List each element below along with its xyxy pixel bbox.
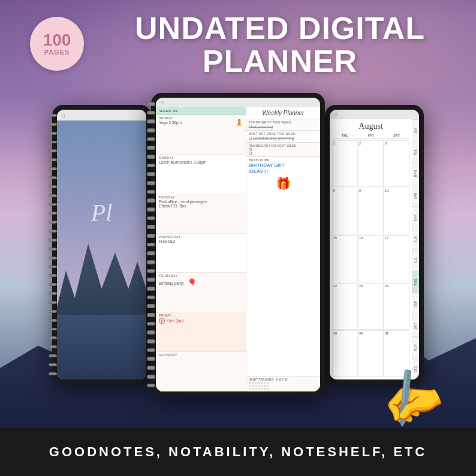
home-icon: ⌂ xyxy=(62,112,65,119)
monday-content: Lunch at Antonelli's 3:30pm xyxy=(159,160,243,164)
tab-oct[interactable]: OCT xyxy=(412,315,419,336)
tab-may[interactable]: MAY xyxy=(412,206,419,228)
badge-pages: PAGES xyxy=(44,49,70,56)
wednesday-content: Free day! xyxy=(159,239,243,243)
day-wednesday: WEDNESDAY Free day! xyxy=(156,234,246,273)
spiral-ring xyxy=(147,357,155,361)
habit-dot xyxy=(258,382,260,384)
friday-label: FRIDAY xyxy=(159,314,243,317)
spiral-binding-middle xyxy=(147,102,155,387)
day-monday: MONDAY Lunch at Antonelli's 3:30pm xyxy=(156,155,246,194)
spiral-ring xyxy=(49,221,57,224)
spiral-ring xyxy=(147,243,155,247)
weekly-planner-header: Weekly Planner xyxy=(246,107,320,119)
reminder-checkbox-2 xyxy=(249,152,252,155)
spiral-ring xyxy=(49,167,57,170)
cell-7: 15 xyxy=(332,235,358,282)
month-side-tabs: JAN FEB MAR APR MAY JUN JUL AUG SEP OCT … xyxy=(412,119,419,379)
spiral-ring xyxy=(49,114,57,117)
bottom-bar: GOODNOTES, NOTABILITY, NOTESHELF, ETC xyxy=(0,428,476,476)
sat-header: SAT xyxy=(384,134,409,137)
saturday-label: SATURDAY xyxy=(159,353,243,357)
cell-2: 2 xyxy=(358,140,384,187)
tablet-cover: ⌂ Pl xyxy=(52,105,151,384)
cover-pl-text: Pl xyxy=(91,199,113,226)
fri-header: FRI xyxy=(358,134,384,137)
habit-dot xyxy=(267,388,269,390)
tab-aug[interactable]: AUG xyxy=(412,271,419,293)
reminders-section: REMINDERS FOR NEXT WEEK: xyxy=(246,143,320,157)
tab-sep[interactable]: SEP xyxy=(412,293,419,314)
cover-title-overlay: Pl xyxy=(57,198,146,227)
reminder-checkbox-1 xyxy=(249,148,252,151)
habit-dot xyxy=(249,382,251,384)
week-row-5: 29 30 31 xyxy=(332,330,409,377)
spiral-ring xyxy=(147,260,155,264)
spiral-ring xyxy=(147,146,155,150)
week-row-2: 8 9 10 xyxy=(332,188,409,234)
tab-feb[interactable]: FEB xyxy=(412,141,419,162)
spiral-ring xyxy=(147,384,155,388)
spiral-ring xyxy=(49,372,57,375)
spiral-ring xyxy=(147,348,155,353)
reminder-check-2 xyxy=(249,152,318,155)
spiral-ring xyxy=(49,345,57,348)
must-get-done-label: MUST GET DONE THIS WEEK: xyxy=(249,132,318,135)
planner-home-icon: ⌂ xyxy=(161,100,164,106)
badge-number: 100 xyxy=(43,32,71,49)
week-of-label: WEEK OF: xyxy=(156,107,246,115)
spiral-ring xyxy=(49,266,57,269)
cell-14: 30 xyxy=(358,330,384,377)
balloon-icon: 🎈 xyxy=(188,278,197,287)
tab-apr[interactable]: APR xyxy=(412,185,419,206)
thursday-content: Birthday party! 🎈 xyxy=(159,278,243,287)
planner-content: ⌂ WEEK OF: SUNDAY Yoga 2:30pm 🧘 xyxy=(156,98,320,391)
habit-dot xyxy=(261,388,263,390)
spiral-ring xyxy=(147,304,155,308)
day-tuesday: TUESDAY Post office - send packagesCheck… xyxy=(156,194,246,234)
tab-jun[interactable]: JUN xyxy=(412,228,419,249)
tab-jul[interactable]: JUL xyxy=(412,249,419,271)
check-item-1: Schedule dog grooming xyxy=(249,136,318,140)
tab-dec[interactable]: DEC xyxy=(412,358,419,379)
habit-dot xyxy=(255,388,257,390)
spiral-ring xyxy=(49,328,57,331)
habit-dots-1 xyxy=(249,382,318,384)
habit-dot xyxy=(264,382,266,384)
spiral-ring xyxy=(147,172,155,176)
spiral-ring xyxy=(147,375,155,379)
habit-dot xyxy=(258,385,260,387)
reminder-check-1 xyxy=(249,148,318,151)
tab-mar[interactable]: MAR xyxy=(412,162,419,184)
spiral-ring xyxy=(49,203,57,206)
top-priority-label: TOP PRIORITY THIS WEEK: xyxy=(249,120,318,124)
spiral-ring xyxy=(49,283,57,286)
thu-header: THU xyxy=(332,134,358,137)
spiral-ring xyxy=(49,176,57,179)
brain-dump-label: BRAIN DUMP: xyxy=(249,158,318,162)
spiral-ring xyxy=(147,190,155,194)
spiral-ring xyxy=(147,164,155,168)
habit-dot xyxy=(249,385,251,387)
priorities-column: Weekly Planner TOP PRIORITY THIS WEEK: M… xyxy=(246,107,320,391)
spiral-ring xyxy=(147,181,155,185)
reminders-label: REMINDERS FOR NEXT WEEK: xyxy=(249,144,318,147)
tab-jan[interactable]: JAN xyxy=(412,119,419,141)
wednesday-label: WEDNESDAY xyxy=(159,235,243,239)
compatibility-text: GOODNOTES, NOTABILITY, NOTESHELF, ETC xyxy=(49,444,427,460)
day-friday: FRIDAY $ PAY DAY xyxy=(156,312,246,352)
spiral-ring xyxy=(147,251,155,255)
friday-content: $ PAY DAY xyxy=(159,318,243,324)
habit-dots-3 xyxy=(249,388,318,390)
cell-15: 31 xyxy=(384,330,409,377)
sunday-content: Yoga 2:30pm 🧘 xyxy=(159,120,243,125)
tab-nov[interactable]: NOV xyxy=(412,336,419,358)
spiral-ring xyxy=(147,216,155,221)
habit-dot xyxy=(252,388,254,390)
sunday-label: SUNDAY xyxy=(159,116,243,120)
spiral-ring xyxy=(49,274,57,277)
week-row-1: 1 2 3 xyxy=(332,140,409,187)
cover-scene: Pl xyxy=(57,120,146,379)
month-day-headers: THU FRI SAT xyxy=(332,134,409,139)
spiral-ring xyxy=(49,239,57,242)
